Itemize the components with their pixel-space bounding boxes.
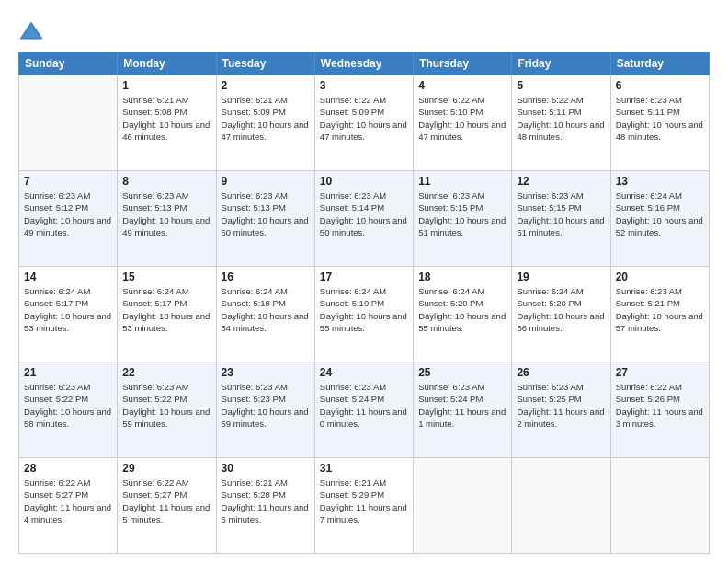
week-row-1: 7Sunrise: 6:23 AMSunset: 5:12 PMDaylight… bbox=[19, 171, 710, 267]
day-info: Sunrise: 6:24 AMSunset: 5:17 PMDaylight:… bbox=[122, 285, 210, 334]
day-number: 26 bbox=[517, 366, 605, 379]
col-header-monday: Monday bbox=[118, 52, 216, 75]
day-cell: 8Sunrise: 6:23 AMSunset: 5:13 PMDaylight… bbox=[118, 171, 216, 267]
day-number: 18 bbox=[418, 270, 506, 283]
day-info: Sunrise: 6:23 AMSunset: 5:24 PMDaylight:… bbox=[320, 381, 408, 430]
day-info: Sunrise: 6:22 AMSunset: 5:10 PMDaylight:… bbox=[418, 94, 506, 143]
day-cell: 13Sunrise: 6:24 AMSunset: 5:16 PMDayligh… bbox=[610, 171, 709, 267]
day-cell: 25Sunrise: 6:23 AMSunset: 5:24 PMDayligh… bbox=[414, 362, 512, 458]
day-cell: 2Sunrise: 6:21 AMSunset: 5:09 PMDaylight… bbox=[216, 75, 314, 171]
day-cell: 29Sunrise: 6:22 AMSunset: 5:27 PMDayligh… bbox=[118, 458, 216, 554]
day-cell: 15Sunrise: 6:24 AMSunset: 5:17 PMDayligh… bbox=[118, 267, 216, 362]
day-info: Sunrise: 6:22 AMSunset: 5:26 PMDaylight:… bbox=[616, 381, 704, 430]
day-number: 25 bbox=[418, 366, 506, 379]
col-header-friday: Friday bbox=[512, 52, 610, 75]
day-info: Sunrise: 6:23 AMSunset: 5:11 PMDaylight:… bbox=[616, 94, 704, 143]
day-cell bbox=[512, 458, 610, 554]
day-info: Sunrise: 6:24 AMSunset: 5:19 PMDaylight:… bbox=[320, 285, 408, 334]
col-header-thursday: Thursday bbox=[414, 52, 512, 75]
day-cell bbox=[19, 75, 118, 171]
day-number: 16 bbox=[222, 270, 310, 283]
day-number: 17 bbox=[320, 270, 408, 283]
day-cell: 11Sunrise: 6:23 AMSunset: 5:15 PMDayligh… bbox=[414, 171, 512, 267]
day-cell: 18Sunrise: 6:24 AMSunset: 5:20 PMDayligh… bbox=[414, 267, 512, 362]
day-info: Sunrise: 6:23 AMSunset: 5:13 PMDaylight:… bbox=[122, 190, 210, 238]
day-number: 7 bbox=[24, 175, 112, 188]
day-number: 1 bbox=[122, 79, 210, 92]
day-cell: 9Sunrise: 6:23 AMSunset: 5:13 PMDaylight… bbox=[216, 171, 314, 267]
day-number: 2 bbox=[222, 79, 310, 92]
header bbox=[18, 15, 710, 44]
day-cell: 20Sunrise: 6:23 AMSunset: 5:21 PMDayligh… bbox=[610, 267, 709, 362]
day-cell: 14Sunrise: 6:24 AMSunset: 5:17 PMDayligh… bbox=[19, 267, 118, 362]
day-info: Sunrise: 6:23 AMSunset: 5:14 PMDaylight:… bbox=[320, 190, 408, 238]
day-info: Sunrise: 6:23 AMSunset: 5:24 PMDaylight:… bbox=[418, 381, 506, 430]
day-cell: 22Sunrise: 6:23 AMSunset: 5:22 PMDayligh… bbox=[118, 362, 216, 458]
day-info: Sunrise: 6:24 AMSunset: 5:20 PMDaylight:… bbox=[517, 285, 605, 334]
day-cell: 7Sunrise: 6:23 AMSunset: 5:12 PMDaylight… bbox=[19, 171, 118, 267]
day-info: Sunrise: 6:21 AMSunset: 5:29 PMDaylight:… bbox=[320, 477, 408, 525]
day-number: 30 bbox=[222, 462, 310, 475]
page: SundayMondayTuesdayWednesdayThursdayFrid… bbox=[0, 0, 728, 563]
day-number: 22 bbox=[122, 366, 210, 379]
day-cell: 24Sunrise: 6:23 AMSunset: 5:24 PMDayligh… bbox=[314, 362, 413, 458]
day-cell: 3Sunrise: 6:22 AMSunset: 5:09 PMDaylight… bbox=[314, 75, 413, 171]
day-cell: 6Sunrise: 6:23 AMSunset: 5:11 PMDaylight… bbox=[610, 75, 709, 171]
day-number: 3 bbox=[320, 79, 408, 92]
day-info: Sunrise: 6:23 AMSunset: 5:25 PMDaylight:… bbox=[517, 381, 605, 430]
day-info: Sunrise: 6:24 AMSunset: 5:18 PMDaylight:… bbox=[222, 285, 310, 334]
day-info: Sunrise: 6:24 AMSunset: 5:17 PMDaylight:… bbox=[24, 285, 112, 334]
day-cell: 27Sunrise: 6:22 AMSunset: 5:26 PMDayligh… bbox=[610, 362, 709, 458]
day-info: Sunrise: 6:23 AMSunset: 5:15 PMDaylight:… bbox=[517, 190, 605, 238]
day-cell: 10Sunrise: 6:23 AMSunset: 5:14 PMDayligh… bbox=[314, 171, 413, 267]
day-cell bbox=[414, 458, 512, 554]
day-info: Sunrise: 6:24 AMSunset: 5:20 PMDaylight:… bbox=[418, 285, 506, 334]
day-number: 9 bbox=[222, 175, 310, 188]
day-cell: 19Sunrise: 6:24 AMSunset: 5:20 PMDayligh… bbox=[512, 267, 610, 362]
day-cell: 23Sunrise: 6:23 AMSunset: 5:23 PMDayligh… bbox=[216, 362, 314, 458]
day-number: 4 bbox=[418, 79, 506, 92]
day-info: Sunrise: 6:24 AMSunset: 5:16 PMDaylight:… bbox=[616, 190, 704, 238]
day-info: Sunrise: 6:22 AMSunset: 5:27 PMDaylight:… bbox=[122, 477, 210, 525]
column-header-row: SundayMondayTuesdayWednesdayThursdayFrid… bbox=[19, 52, 710, 75]
day-info: Sunrise: 6:22 AMSunset: 5:11 PMDaylight:… bbox=[517, 94, 605, 143]
day-number: 21 bbox=[24, 366, 112, 379]
day-number: 6 bbox=[616, 79, 704, 92]
day-number: 31 bbox=[320, 462, 408, 475]
day-number: 27 bbox=[616, 366, 704, 379]
day-cell: 21Sunrise: 6:23 AMSunset: 5:22 PMDayligh… bbox=[19, 362, 118, 458]
day-cell: 30Sunrise: 6:21 AMSunset: 5:28 PMDayligh… bbox=[216, 458, 314, 554]
day-info: Sunrise: 6:21 AMSunset: 5:28 PMDaylight:… bbox=[222, 477, 310, 525]
day-number: 8 bbox=[122, 175, 210, 188]
day-cell: 17Sunrise: 6:24 AMSunset: 5:19 PMDayligh… bbox=[314, 267, 413, 362]
day-number: 5 bbox=[517, 79, 605, 92]
day-cell: 26Sunrise: 6:23 AMSunset: 5:25 PMDayligh… bbox=[512, 362, 610, 458]
day-info: Sunrise: 6:23 AMSunset: 5:15 PMDaylight:… bbox=[418, 190, 506, 238]
col-header-wednesday: Wednesday bbox=[314, 52, 413, 75]
col-header-saturday: Saturday bbox=[610, 52, 709, 75]
day-cell: 31Sunrise: 6:21 AMSunset: 5:29 PMDayligh… bbox=[314, 458, 413, 554]
day-cell: 5Sunrise: 6:22 AMSunset: 5:11 PMDaylight… bbox=[512, 75, 610, 171]
day-number: 19 bbox=[517, 270, 605, 283]
day-cell: 4Sunrise: 6:22 AMSunset: 5:10 PMDaylight… bbox=[414, 75, 512, 171]
day-number: 12 bbox=[517, 175, 605, 188]
day-number: 15 bbox=[122, 270, 210, 283]
day-cell: 1Sunrise: 6:21 AMSunset: 5:08 PMDaylight… bbox=[118, 75, 216, 171]
day-number: 20 bbox=[616, 270, 704, 283]
day-number: 28 bbox=[24, 462, 112, 475]
day-info: Sunrise: 6:22 AMSunset: 5:09 PMDaylight:… bbox=[320, 94, 408, 143]
day-number: 11 bbox=[418, 175, 506, 188]
day-number: 24 bbox=[320, 366, 408, 379]
day-info: Sunrise: 6:23 AMSunset: 5:13 PMDaylight:… bbox=[222, 190, 310, 238]
logo bbox=[18, 18, 48, 44]
day-info: Sunrise: 6:23 AMSunset: 5:12 PMDaylight:… bbox=[24, 190, 112, 238]
day-info: Sunrise: 6:23 AMSunset: 5:21 PMDaylight:… bbox=[616, 285, 704, 334]
day-cell: 28Sunrise: 6:22 AMSunset: 5:27 PMDayligh… bbox=[19, 458, 118, 554]
week-row-0: 1Sunrise: 6:21 AMSunset: 5:08 PMDaylight… bbox=[19, 75, 710, 171]
day-number: 13 bbox=[616, 175, 704, 188]
day-info: Sunrise: 6:23 AMSunset: 5:22 PMDaylight:… bbox=[24, 381, 112, 430]
day-number: 10 bbox=[320, 175, 408, 188]
day-number: 14 bbox=[24, 270, 112, 283]
week-row-4: 28Sunrise: 6:22 AMSunset: 5:27 PMDayligh… bbox=[19, 458, 710, 554]
day-info: Sunrise: 6:23 AMSunset: 5:22 PMDaylight:… bbox=[122, 381, 210, 430]
